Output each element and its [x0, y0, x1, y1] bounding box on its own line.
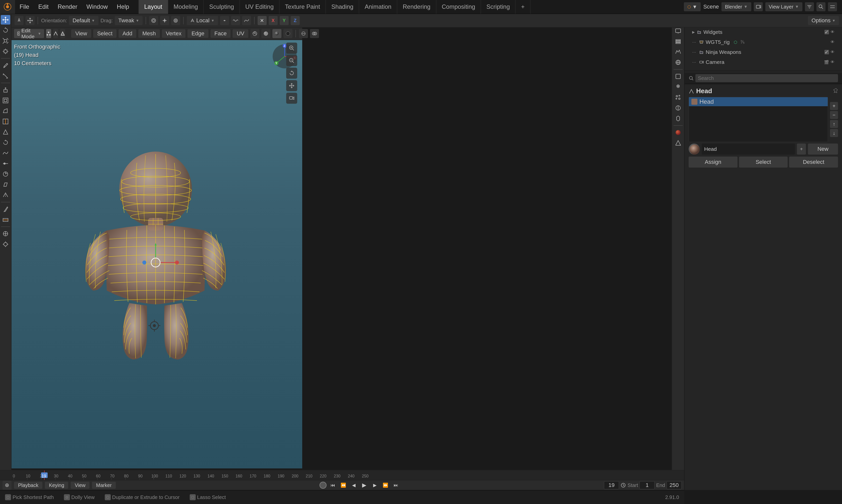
particles-props-icon[interactable] — [673, 93, 683, 102]
vertex-select-mode[interactable] — [46, 29, 51, 38]
ninja-eye[interactable]: 👁 — [830, 50, 835, 54]
measure-btn[interactable] — [1, 71, 10, 80]
overlay-btn[interactable] — [299, 29, 308, 38]
material-preview-sphere[interactable] — [688, 144, 700, 155]
shear-btn[interactable] — [1, 180, 10, 190]
frame-forward-btn[interactable]: ▶ — [371, 481, 379, 489]
search-icon-btn[interactable] — [817, 2, 825, 11]
pan-btn[interactable] — [286, 80, 297, 91]
camera-eye[interactable]: 👁 — [830, 60, 835, 65]
add-material-slot-btn[interactable]: + — [830, 102, 838, 110]
bevel-btn[interactable] — [1, 106, 10, 116]
y-axis-toggle[interactable]: Y — [280, 16, 289, 25]
z-axis-toggle[interactable]: Z — [291, 16, 300, 25]
timeline-marker-btn[interactable]: Marker — [92, 482, 115, 489]
poly-build-btn[interactable] — [1, 127, 10, 137]
active-tool-icon[interactable] — [15, 16, 23, 25]
shading-wireframe-btn[interactable] — [250, 29, 259, 38]
wgt-eye[interactable]: 👁 — [830, 40, 835, 44]
step-forward-btn[interactable]: ⏩ — [381, 481, 390, 489]
jump-to-start-btn[interactable]: ⏮ — [328, 481, 337, 489]
shading-material-btn[interactable] — [272, 29, 282, 38]
physics-props-icon[interactable] — [673, 103, 683, 113]
view-layer-select[interactable]: View Layer ▼ — [765, 2, 802, 11]
camera-view-btn[interactable] — [286, 93, 297, 104]
subbar-vertex-btn[interactable]: Vertex — [162, 29, 185, 38]
start-frame-box[interactable]: 1 — [640, 481, 655, 489]
deselect-material-btn[interactable]: Deselect — [789, 157, 838, 167]
constraints-props-icon[interactable] — [673, 114, 683, 123]
viewport-3d[interactable]: Front Orthographic (19) Head 10 Centimet… — [12, 28, 302, 468]
tab-shading[interactable]: Shading — [326, 0, 359, 14]
subbar-uv-btn[interactable]: UV — [233, 29, 248, 38]
tab-uv-editing[interactable]: UV Editing — [240, 0, 280, 14]
render-engine-select[interactable]: ⬡ ▼ — [684, 2, 701, 11]
cursor-btn[interactable] — [1, 239, 10, 249]
timeline-keying-btn[interactable]: Keying — [45, 482, 68, 489]
knife-btn[interactable] — [1, 204, 10, 214]
step-back-btn[interactable]: ⏪ — [339, 481, 347, 489]
edge-select-mode[interactable] — [53, 29, 58, 38]
rip-region-btn[interactable] — [1, 191, 10, 200]
material-add-icon-btn[interactable]: + — [797, 144, 806, 155]
more-icon-btn[interactable] — [828, 2, 837, 11]
collection-camera[interactable]: ⋯ Camera 🎬 👁 — [685, 57, 842, 67]
current-frame-box[interactable]: 19 — [604, 481, 619, 489]
collection-widgets[interactable]: ▶ Widgets ✓ 👁 — [685, 27, 842, 37]
orbit-btn[interactable] — [286, 68, 297, 79]
bisect-btn[interactable] — [1, 215, 10, 224]
snap-btn[interactable] — [160, 16, 169, 25]
end-frame-box[interactable]: 250 — [667, 481, 682, 489]
remove-material-slot-btn[interactable]: − — [830, 111, 838, 119]
view-layer-props-icon[interactable] — [673, 37, 683, 46]
select-material-btn[interactable]: Select — [739, 157, 788, 167]
frame-back-btn[interactable]: ◀ — [350, 481, 358, 489]
timeline-ruler[interactable]: 0 10 20 19 30 40 50 60 70 80 90 100 110 … — [0, 470, 684, 480]
menu-file[interactable]: File — [15, 0, 34, 14]
tab-layout[interactable]: Layout — [139, 0, 168, 14]
x-axis-toggle[interactable]: X — [269, 16, 277, 25]
timeline-view-btn[interactable]: View — [71, 482, 89, 489]
timeline-playback-btn[interactable]: Playback — [14, 482, 42, 489]
move-up-material-btn[interactable]: ↑ — [830, 120, 838, 128]
menu-edit[interactable]: Edit — [34, 0, 53, 14]
chain-icon-btn[interactable] — [231, 16, 240, 25]
zoom-in-btn[interactable] — [286, 42, 297, 54]
global-mode-btn[interactable]: ✕ — [257, 16, 267, 25]
transform-tool-btn[interactable] — [1, 47, 10, 56]
extrude-btn[interactable] — [1, 85, 10, 95]
play-btn[interactable]: ▶ — [360, 481, 369, 489]
subbar-view-btn[interactable]: View — [71, 29, 91, 38]
modifier-props-icon[interactable] — [673, 82, 683, 92]
scene-props-icon[interactable] — [673, 47, 683, 57]
menu-window[interactable]: Window — [82, 0, 112, 14]
annotate-btn[interactable] — [1, 60, 10, 70]
filter-icon-btn[interactable] — [805, 2, 814, 11]
transform-extra-btn[interactable] — [1, 229, 10, 238]
shading-render-btn[interactable] — [283, 29, 292, 38]
material-slot-list[interactable]: Head — [688, 97, 828, 142]
tab-add[interactable]: + — [516, 0, 530, 14]
move-tool-btn[interactable] — [1, 15, 10, 24]
shading-solid-btn[interactable] — [262, 29, 270, 38]
options-btn[interactable]: Options ▼ — [808, 16, 839, 25]
orientation-select[interactable]: Default ▼ — [69, 16, 98, 25]
object-props-icon[interactable] — [673, 72, 683, 81]
edit-mode-select[interactable]: Edit Mode ▼ — [14, 29, 44, 38]
subbar-add-btn[interactable]: Add — [119, 29, 136, 38]
tab-modeling[interactable]: Modeling — [168, 0, 204, 14]
smooth-btn[interactable] — [1, 148, 10, 158]
world-props-icon[interactable] — [673, 58, 683, 67]
tab-sculpting[interactable]: Sculpting — [204, 0, 240, 14]
curve-icon-btn[interactable] — [242, 16, 251, 25]
material-search-input[interactable] — [695, 74, 838, 82]
material-name-field[interactable]: Head — [702, 144, 795, 155]
link-icon-btn[interactable] — [220, 16, 229, 25]
tab-scripting[interactable]: Scripting — [481, 0, 516, 14]
data-props-icon[interactable] — [673, 138, 683, 148]
menu-help[interactable]: Help — [112, 0, 133, 14]
collection-wgt-rig[interactable]: ⋯ WGT5_rig ⬡ ⁷⁄₅ 👁 — [685, 37, 842, 47]
edge-slide-btn[interactable] — [1, 159, 10, 168]
assign-btn[interactable]: Assign — [688, 157, 737, 167]
transform-space-select[interactable]: Local ▼ — [187, 16, 218, 25]
